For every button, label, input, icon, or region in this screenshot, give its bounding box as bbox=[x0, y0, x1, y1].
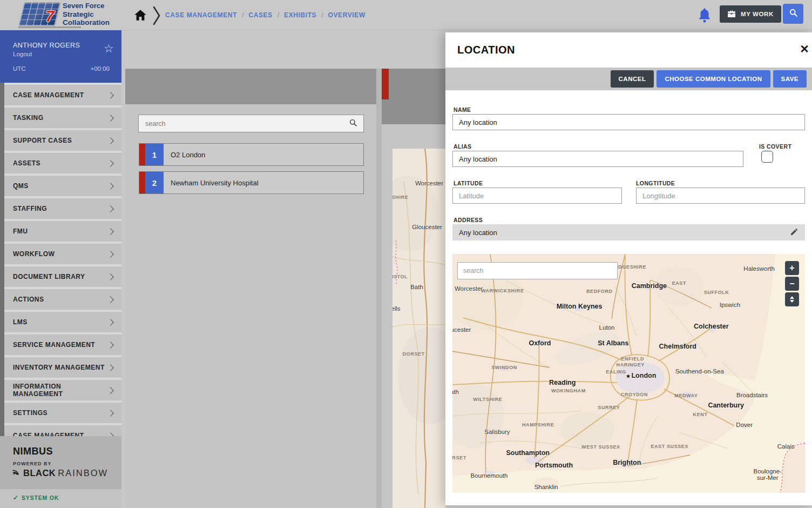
map-label: Cambridge bbox=[632, 282, 667, 290]
map-label: MEDWAY bbox=[674, 393, 698, 398]
search-icon bbox=[789, 8, 798, 19]
cancel-button[interactable]: CANCEL bbox=[611, 70, 654, 88]
map-label: St Albans bbox=[598, 339, 628, 347]
map-label: Boulogne-sur-Mer bbox=[754, 468, 782, 481]
sidebar-item[interactable]: ASSETS bbox=[4, 153, 121, 173]
sidebar-item[interactable]: SUPPORT CASES bbox=[4, 130, 121, 151]
search-icon[interactable] bbox=[349, 118, 357, 129]
map-label: EALING bbox=[606, 369, 626, 375]
chevron-right-icon bbox=[107, 364, 114, 371]
chevron-right-icon bbox=[107, 410, 114, 417]
breadcrumb-item[interactable]: EXHIBITS bbox=[284, 11, 316, 19]
chevron-right-icon bbox=[107, 92, 114, 99]
system-status-label: SYSTEM OK bbox=[22, 494, 59, 501]
breadcrumb-item[interactable]: OVERVIEW bbox=[328, 11, 366, 19]
exhibits-list: 1O2 London2Newham University Hospital bbox=[139, 143, 364, 199]
breadcrumb-item[interactable]: CASES bbox=[248, 11, 272, 19]
map-label: EAST bbox=[672, 280, 686, 286]
exhibits-scrollbar[interactable] bbox=[376, 69, 382, 508]
exhibit-number-badge: 2 bbox=[145, 172, 164, 193]
sidebar-accent-strip bbox=[0, 83, 4, 436]
map-label: DORSET bbox=[452, 455, 466, 460]
london-star-icon: ★ bbox=[626, 373, 630, 379]
location-map[interactable]: CAMBRIDGESHIREHalesworthCambridgeEASTWor… bbox=[452, 254, 805, 493]
map-label: HARINGEY bbox=[617, 362, 645, 367]
breadcrumb: CASE MANAGEMENT/CASES/EXHIBITS/OVERVIEW bbox=[165, 0, 366, 30]
save-button[interactable]: SAVE bbox=[773, 70, 807, 88]
exhibits-panel-header bbox=[125, 69, 376, 104]
sidebar-item[interactable]: INVENTORY MANAGEMENT bbox=[4, 357, 121, 378]
favorite-star-icon[interactable]: ☆ bbox=[104, 42, 114, 55]
sidebar-item[interactable]: WORKFLOW bbox=[4, 244, 121, 264]
exhibit-list-item[interactable]: 1O2 London bbox=[139, 143, 364, 166]
name-field[interactable] bbox=[452, 114, 805, 130]
alias-field[interactable] bbox=[452, 151, 743, 167]
close-icon[interactable]: ✕ bbox=[795, 40, 812, 58]
sidebar-footer: NIMBUS POWERED BY BLACKRAINBOW bbox=[0, 436, 121, 489]
brand-black: BLACK bbox=[23, 468, 56, 478]
chevron-right-icon bbox=[107, 273, 114, 280]
map-label: WOKINGHAM bbox=[551, 388, 586, 393]
background-map-label: SHIRE bbox=[393, 195, 408, 200]
longitude-field[interactable] bbox=[636, 188, 805, 204]
choose-common-location-button[interactable]: CHOOSE COMMON LOCATION bbox=[657, 70, 770, 88]
chevron-right-icon bbox=[107, 319, 114, 326]
breadcrumb-item[interactable]: CASE MANAGEMENT bbox=[165, 11, 237, 19]
location-panel: LOCATION ✕ CANCEL CHOOSE COMMON LOCATION… bbox=[445, 32, 812, 505]
background-map-label: DORSET bbox=[402, 351, 424, 357]
my-work-button[interactable]: MY WORK bbox=[720, 5, 781, 23]
user-name: ANTHONY ROGERS bbox=[13, 42, 80, 49]
sidebar-item[interactable]: DOCUMENT LIBRARY bbox=[4, 266, 121, 287]
sidebar-item[interactable]: CASE MANAGEMENT bbox=[4, 85, 121, 105]
exhibits-search-input[interactable] bbox=[139, 120, 349, 128]
notifications-bell-icon[interactable] bbox=[698, 7, 712, 23]
map-label: Chelmsford bbox=[659, 343, 696, 350]
sidebar-item[interactable]: FMU bbox=[4, 221, 121, 242]
map-label: Calais bbox=[777, 443, 795, 450]
map-label: WARWICKSHIRE bbox=[481, 288, 524, 293]
product-name: NIMBUS bbox=[13, 446, 53, 457]
map-label: SUFFOLK bbox=[704, 290, 729, 295]
edit-pencil-icon[interactable] bbox=[790, 228, 799, 238]
background-map-label: ells bbox=[393, 305, 401, 312]
is-covert-checkbox[interactable] bbox=[761, 151, 773, 163]
sidebar-item[interactable]: SETTINGS bbox=[4, 403, 121, 423]
map-label: BEDFORD bbox=[586, 289, 613, 294]
sidebar-item[interactable]: INFORMATION MANAGEMENT bbox=[4, 380, 121, 400]
exhibits-search-box bbox=[138, 115, 364, 132]
map-label: EAST SUSSEX bbox=[651, 444, 688, 449]
zoom-out-button[interactable]: − bbox=[785, 277, 799, 291]
sidebar-item-label: TASKING bbox=[13, 114, 44, 122]
map-label: Canterbury bbox=[708, 402, 744, 409]
global-search-button[interactable] bbox=[783, 4, 803, 24]
zoom-extent-button[interactable] bbox=[785, 292, 799, 306]
sidebar-item-label: SERVICE MANAGEMENT bbox=[13, 341, 95, 349]
zoom-in-button[interactable]: + bbox=[785, 261, 799, 275]
blackrainbow-logo: BLACKRAINBOW bbox=[12, 467, 108, 478]
background-map-label: RISTOL bbox=[393, 274, 408, 279]
exhibit-list-item[interactable]: 2Newham University Hospital bbox=[139, 171, 364, 194]
home-icon[interactable] bbox=[133, 8, 147, 22]
exhibit-label: Newham University Hospital bbox=[164, 172, 259, 193]
sidebar-item[interactable]: ACTIONS bbox=[4, 289, 121, 310]
map-label: Luton bbox=[599, 324, 615, 331]
alias-label: ALIAS bbox=[454, 143, 472, 150]
overview-panel: WorcesterSHIREGloucesterRISTOLBathellsDO… bbox=[382, 69, 445, 508]
sidebar-item[interactable]: STAFFING bbox=[4, 198, 121, 219]
chevron-right-icon bbox=[107, 342, 114, 349]
logo-line3: Collaboration bbox=[63, 18, 110, 27]
latitude-field[interactable] bbox=[452, 188, 622, 204]
map-search-input[interactable] bbox=[458, 263, 617, 279]
logout-link[interactable]: Logout bbox=[13, 51, 32, 57]
sidebar-item[interactable]: SERVICE MANAGEMENT bbox=[4, 335, 121, 355]
sidebar-item[interactable]: QMS bbox=[4, 176, 121, 196]
logo-line1: Seven Force bbox=[63, 2, 110, 10]
sidebar-nav: CASE MANAGEMENTTASKINGSUPPORT CASESASSET… bbox=[0, 83, 121, 436]
sidebar-item[interactable]: LMS bbox=[4, 312, 121, 332]
system-status-bar: ✓ SYSTEM OK bbox=[0, 489, 121, 508]
sidebar-item[interactable]: CASE MANAGEMENT bbox=[4, 425, 121, 436]
map-zoom-controls: + − bbox=[785, 261, 799, 306]
background-map-label: Bath bbox=[410, 284, 423, 290]
sidebar-item[interactable]: TASKING bbox=[4, 108, 121, 128]
address-field: Any location bbox=[452, 224, 805, 240]
